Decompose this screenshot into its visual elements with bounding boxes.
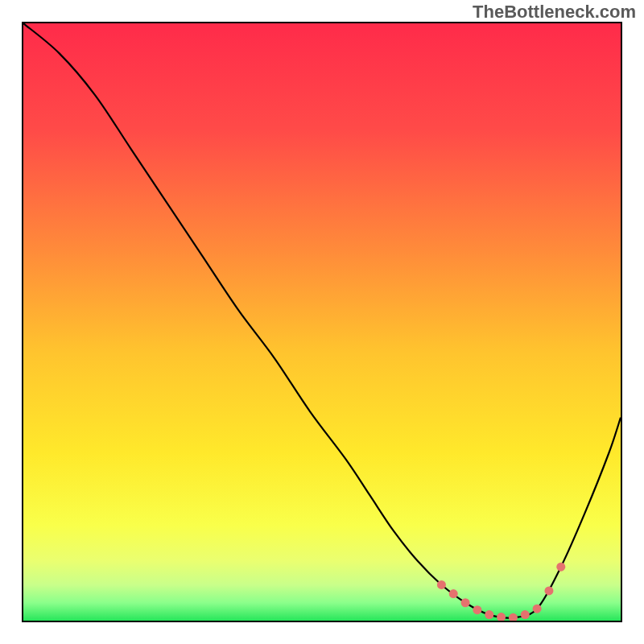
valley-marker-dot (461, 598, 470, 607)
bottleneck-curve-svg (23, 23, 621, 621)
chart-container: TheBottleneck.com (0, 0, 644, 644)
valley-marker-dot (544, 586, 553, 595)
valley-marker-dot (449, 589, 458, 598)
valley-marker-dot (533, 605, 542, 613)
valley-marker-dot (556, 563, 565, 572)
valley-markers (437, 563, 565, 622)
watermark-text: TheBottleneck.com (473, 2, 636, 23)
valley-marker-dot (437, 580, 446, 589)
bottleneck-curve (23, 23, 621, 618)
valley-marker-dot (521, 610, 530, 619)
valley-marker-dot (485, 610, 493, 619)
valley-marker-dot (509, 613, 518, 622)
valley-marker-dot (473, 605, 481, 614)
valley-marker-dot (497, 613, 506, 621)
plot-area (22, 22, 622, 622)
